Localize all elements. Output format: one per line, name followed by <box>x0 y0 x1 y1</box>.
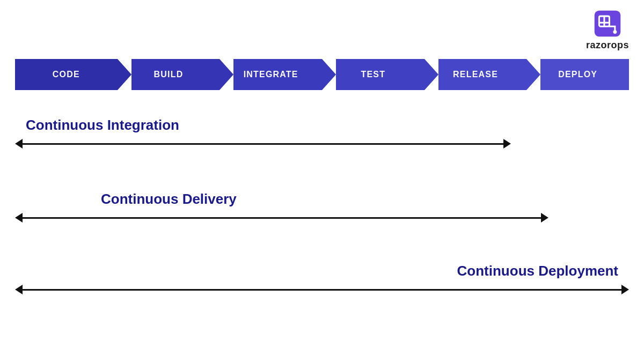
ci-title: Continuous Integration <box>26 117 179 133</box>
ci-arrow-line <box>23 143 503 145</box>
ci-arrow <box>15 139 511 149</box>
cdeploy-section: Continuous Deployment <box>15 263 629 294</box>
pipeline-container: CODE BUILD INTEGRATE TEST RELEASE DEPLOY <box>15 59 629 90</box>
cdelivery-arrow-left-head <box>15 213 23 223</box>
razorops-logo-icon <box>594 10 621 38</box>
cdeploy-title: Continuous Deployment <box>457 263 618 279</box>
cdelivery-title: Continuous Delivery <box>101 191 237 207</box>
cdelivery-arrow <box>15 213 548 223</box>
pipeline-step-code: CODE <box>15 59 118 90</box>
cdeploy-arrow-left-head <box>15 285 23 294</box>
cdelivery-arrow-line <box>23 217 541 219</box>
pipeline-step-build: BUILD <box>118 59 220 90</box>
cdeploy-arrow-line <box>23 289 621 291</box>
ci-arrow-right-head <box>503 139 511 149</box>
logo-text: razorops <box>586 40 629 51</box>
pipeline-step-integrate: INTEGRATE <box>219 59 322 90</box>
pipeline-step-release: RELEASE <box>425 59 527 90</box>
ci-arrow-left-head <box>15 139 23 149</box>
svg-point-4 <box>613 30 617 34</box>
cdelivery-section: Continuous Delivery <box>15 191 629 223</box>
ci-section: Continuous Integration <box>15 117 629 149</box>
cdelivery-arrow-right-head <box>541 213 548 223</box>
cdeploy-arrow-right-head <box>621 285 629 294</box>
cdeploy-arrow <box>15 285 629 294</box>
pipeline-step-test: TEST <box>322 59 425 90</box>
logo-area: razorops <box>586 10 629 51</box>
pipeline-step-deploy: DEPLOY <box>526 59 629 90</box>
